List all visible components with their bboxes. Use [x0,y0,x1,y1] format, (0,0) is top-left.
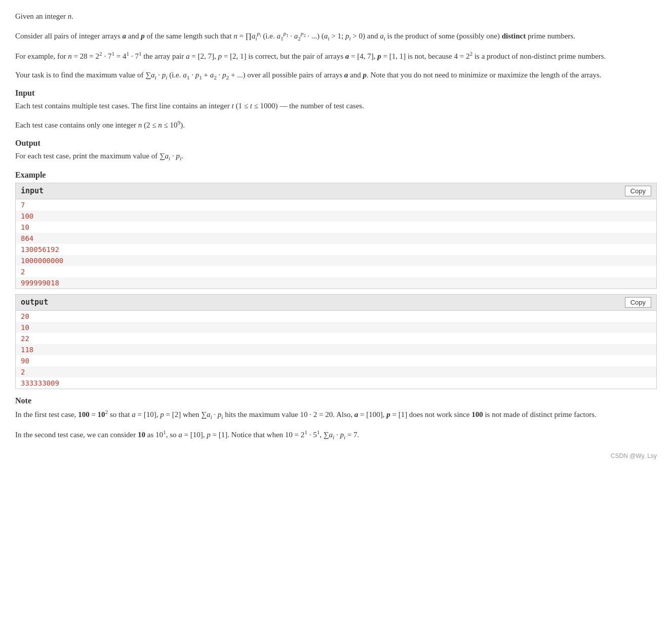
output-section: Output For each test case, print the max… [15,139,657,163]
input-body: 7 100 10 864 130056192 1000000000 2 9999… [15,199,657,289]
input-header-row: input Copy [15,183,657,199]
input-line1: Each test contains multiple test cases. … [15,100,657,112]
input-copy-button[interactable]: Copy [625,186,651,196]
input-header-label: input [21,186,44,195]
input-row-4: 130056192 [16,244,656,255]
problem-statement: Given an integer n. Consider all pairs o… [15,10,657,460]
input-section: Input Each test contains multiple test c… [15,89,657,132]
output-header-row: output Copy [15,294,657,311]
output-row-1: 10 [16,322,656,333]
footer: CSDN @Wy, Lsy [15,452,657,460]
output-line1: For each test case, print the maximum va… [15,150,657,163]
note-line1: In the first test case, 100 = 102 so tha… [15,407,657,422]
output-row-5: 2 [16,366,656,378]
output-header-label: output [21,298,48,307]
output-row-4: 90 [16,355,656,366]
input-wrapper: input Copy 7 100 10 864 130056192 100000… [15,183,657,289]
example-section: Example input Copy 7 100 10 864 13005619… [15,171,657,389]
input-row-7: 999999018 [16,277,656,288]
input-row-3: 864 [16,233,656,244]
input-row-0: 7 [16,199,656,211]
note-line2: In the second test case, we can consider… [15,428,657,442]
paragraph2: For example, for n = 28 = 22 · 71 = 41 ·… [15,49,657,63]
input-title: Input [15,89,657,98]
output-title: Output [15,139,657,148]
output-body: 20 10 22 118 90 2 333333009 [15,311,657,389]
output-row-3: 118 [16,344,656,355]
output-row-0: 20 [16,311,656,322]
example-title: Example [15,171,657,180]
intro-paragraph: Given an integer n. [15,10,657,23]
input-row-2: 10 [16,222,656,233]
paragraph3: Your task is to find the maximum value o… [15,69,657,82]
input-line2: Each test case contains only one integer… [15,118,657,132]
output-wrapper: output Copy 20 10 22 118 90 2 333333009 [15,294,657,389]
output-row-6: 333333009 [16,378,656,389]
note-section: Note In the first test case, 100 = 102 s… [15,396,657,442]
input-row-6: 2 [16,266,656,277]
output-copy-button[interactable]: Copy [625,297,651,308]
note-title: Note [15,396,657,405]
input-row-5: 1000000000 [16,255,656,266]
input-row-1: 100 [16,211,656,222]
output-row-2: 22 [16,333,656,344]
paragraph1: Consider all pairs of integer arrays a a… [15,29,657,44]
